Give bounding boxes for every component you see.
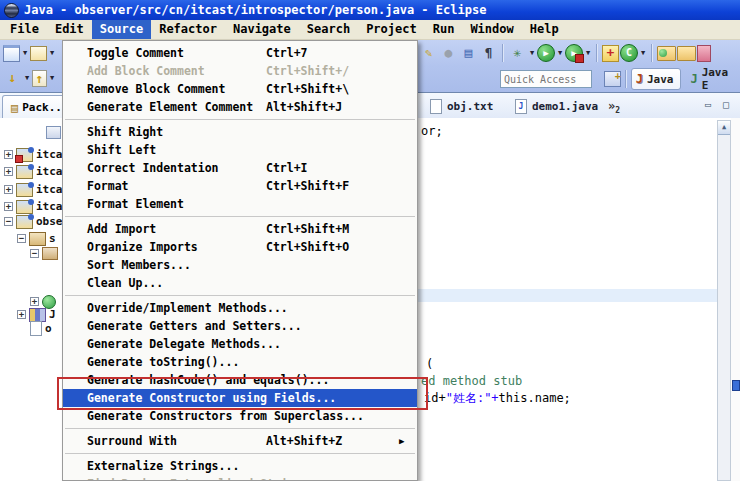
tree-item-itca[interactable]: +itca [4,199,63,214]
menu-item-toggle-comment[interactable]: Toggle CommentCtrl+7 [63,44,417,62]
dropdown-arrow-icon[interactable]: ▼ [556,49,564,57]
menu-item-correct-indentation[interactable]: Correct IndentationCtrl+I [63,159,417,177]
editor-tab-demo1-java[interactable]: Jdemo1.java [506,96,607,117]
dropdown-arrow-icon[interactable]: ▼ [639,49,647,57]
menubar-item-edit[interactable]: Edit [47,20,92,39]
tree-item-itca[interactable]: +itca [4,182,63,197]
menu-item-surround-with[interactable]: Surround WithAlt+Shift+Z▶ [63,432,417,450]
menu-item-shift-left[interactable]: Shift Left [63,141,417,159]
menu-item-generate-delegate-methods[interactable]: Generate Delegate Methods... [63,335,417,353]
expand-minus-icon[interactable]: − [30,249,39,258]
run-icon[interactable]: ▶ [537,44,555,62]
gray-sphere-icon[interactable]: ● [439,44,458,62]
view-toolbar-icon[interactable] [46,126,61,139]
menubar-item-navigate[interactable]: Navigate [225,20,299,39]
titlebar[interactable]: Java - observer/src/cn/itcast/introspect… [0,0,740,20]
menu-item-add-import[interactable]: Add ImportCtrl+Shift+M [63,220,417,238]
menubar: FileEditSourceRefactorNavigateSearchProj… [0,20,740,40]
expand-minus-icon[interactable]: − [4,217,13,226]
partial-icon[interactable] [697,45,711,62]
file-up-arrow-icon[interactable]: ↑ [32,70,47,87]
expand-plus-icon[interactable]: + [4,185,13,194]
expand-plus-icon[interactable]: + [30,297,39,306]
expand-plus-icon[interactable]: + [17,310,26,319]
menu-item-generate-element-comment[interactable]: Generate Element CommentAlt+Shift+J [63,98,417,116]
coverage-plus-icon[interactable]: + [602,45,619,62]
menu-item-label: Generate toString()... [87,353,239,371]
toolbar-separator [502,44,504,62]
menu-item-organize-imports[interactable]: Organize ImportsCtrl+Shift+O [63,238,417,256]
menu-item-shortcut: Ctrl+Shift+O [266,238,349,256]
menu-item-shortcut: Ctrl+Shift+\ [266,80,349,98]
menu-item-sort-members[interactable]: Sort Members... [63,256,417,274]
annotation-marker[interactable] [732,380,740,391]
new-window-icon[interactable] [3,45,20,62]
dropdown-arrow-icon[interactable]: ▼ [21,49,29,57]
menubar-item-search[interactable]: Search [299,20,358,39]
quick-access-input[interactable] [500,70,592,88]
menubar-item-refactor[interactable]: Refactor [151,20,225,39]
menu-item-externalize-strings[interactable]: Externalize Strings... [63,457,417,475]
tree-item-obse[interactable]: −obse [4,214,63,229]
menubar-item-file[interactable]: File [2,20,47,39]
tree-item-label: itca [36,183,63,196]
open-perspective-icon[interactable] [604,71,621,87]
editor-scrollbar[interactable]: ▲ [717,120,731,481]
tree-item-itca[interactable]: +itca [4,147,63,162]
menu-item-shortcut: Ctrl+I [266,159,308,177]
dropdown-arrow-icon[interactable]: ▼ [48,49,56,57]
menu-item-format-element[interactable]: Format Element [63,195,417,213]
run-external-icon[interactable]: ▶ [565,44,583,62]
tree-item-j[interactable]: +J [17,307,56,322]
menu-item-shift-right[interactable]: Shift Right [63,123,417,141]
tab-overflow-indicator[interactable]: »2 [608,99,620,115]
minimize-pane-icon[interactable]: ▭ [701,99,715,112]
yellow-down-arrow-icon[interactable]: ↓ [3,69,22,87]
folder-icon[interactable] [677,46,696,61]
tree-item-s[interactable]: −s [17,231,56,246]
menu-item-remove-block-comment[interactable]: Remove Block CommentCtrl+Shift+\ [63,80,417,98]
dropdown-arrow-icon[interactable]: ▼ [528,49,536,57]
expand-plus-icon[interactable]: + [4,150,13,159]
tree-item[interactable]: − [30,246,58,261]
expand-plus-icon[interactable]: + [4,202,13,211]
tree-item-label: J [49,308,56,321]
debug-star-icon[interactable]: ✳ [508,44,527,62]
book-icon[interactable]: ▤ [459,44,478,62]
file-icon [30,321,42,336]
open-folder-icon[interactable] [657,46,676,61]
menu-item-shortcut: Alt+Shift+J [266,98,342,116]
menubar-item-help[interactable]: Help [522,20,567,39]
tree-item-itca[interactable]: +itca [4,164,63,179]
perspective-button-java[interactable]: JJava [631,68,682,90]
perspective-button-java-e[interactable]: JJava E [685,68,740,90]
menu-item-label: Remove Block Comment [87,80,225,98]
dropdown-arrow-icon[interactable]: ▼ [48,74,56,82]
code-editor[interactable]: or; ( ed method stub id+"姓名:"+this.name;… [418,118,740,481]
editor-tab-obj-txt[interactable]: obj.txt [421,96,502,117]
menu-item-override-implement-methods[interactable]: Override/Implement Methods... [63,299,417,317]
dropdown-arrow-icon[interactable]: ▼ [23,74,31,82]
menu-item-generate-getters-and-setters[interactable]: Generate Getters and Setters... [63,317,417,335]
new-wizard-icon[interactable] [30,46,47,61]
expand-minus-icon[interactable]: − [17,234,26,243]
menubar-item-run[interactable]: Run [425,20,463,39]
menu-item-format[interactable]: FormatCtrl+Shift+F [63,177,417,195]
dropdown-arrow-icon[interactable]: ▼ [584,49,592,57]
maximize-pane-icon[interactable]: □ [719,99,733,112]
menubar-item-project[interactable]: Project [358,20,425,39]
highlight-pencil-icon[interactable]: ✎ [419,44,438,62]
expand-plus-icon[interactable]: + [4,167,13,176]
pilcrow-icon[interactable]: ¶ [479,44,498,62]
menu-item-label: Format Element [87,195,184,213]
menu-item-generate-tostring[interactable]: Generate toString()... [63,353,417,371]
tree-item-o[interactable]: o [30,321,52,336]
java-project-icon [16,148,33,162]
scroll-up-icon[interactable]: ▲ [718,121,730,135]
menu-item-label: Format [87,177,129,195]
coverage-c-icon[interactable]: C [620,44,638,62]
menubar-item-source[interactable]: Source [92,20,151,39]
menu-item-clean-up[interactable]: Clean Up... [63,274,417,292]
menu-item-label: Generate Getters and Setters... [87,317,302,335]
menubar-item-window[interactable]: Window [462,20,521,39]
